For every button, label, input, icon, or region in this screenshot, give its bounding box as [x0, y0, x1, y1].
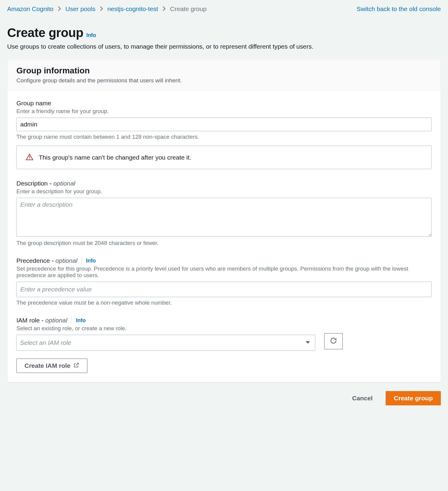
chevron-right-icon — [100, 5, 103, 13]
field-help: Select an existing role, or create a new… — [16, 325, 432, 332]
chevron-right-icon — [162, 5, 166, 13]
field-help: Enter a friendly name for your group. — [16, 108, 432, 115]
switch-console-link[interactable]: Switch back to the old console — [357, 5, 441, 13]
top-bar: Amazon Cognito User pools nestjs-cognito… — [7, 5, 441, 13]
field-constraint: The group description must be 2048 chara… — [16, 240, 432, 246]
field-constraint: The precedence value must be a non-negat… — [16, 299, 432, 306]
refresh-icon — [330, 337, 337, 346]
group-information-panel: Group information Configure group detail… — [7, 59, 441, 382]
breadcrumb: Amazon Cognito User pools nestjs-cognito… — [7, 5, 207, 13]
iam-role-select-container: Select an IAM role — [16, 335, 315, 351]
page-title: Create group — [7, 26, 83, 40]
info-link[interactable]: Info — [76, 317, 86, 324]
field-precedence: Precedence - optional Info Set precedenc… — [16, 257, 432, 306]
cancel-button[interactable]: Cancel — [344, 391, 380, 405]
footer-actions: Cancel Create group — [7, 391, 441, 405]
chevron-right-icon — [58, 5, 61, 13]
create-iam-role-button[interactable]: Create IAM role — [16, 359, 87, 373]
info-link[interactable]: Info — [86, 32, 96, 38]
create-group-button[interactable]: Create group — [386, 391, 441, 405]
breadcrumb-item-user-pools[interactable]: User pools — [65, 5, 95, 13]
panel-subtitle: Configure group details and the permissi… — [16, 77, 432, 84]
alert-text: This group's name can't be changed after… — [39, 154, 191, 161]
page-header: Create group Info Use groups to create c… — [7, 26, 441, 50]
divider — [81, 257, 82, 264]
field-group-name: Group name Enter a friendly name for you… — [16, 100, 432, 169]
divider — [71, 317, 72, 324]
field-help: Enter a description for your group. — [16, 188, 432, 195]
panel-title: Group information — [16, 66, 432, 75]
field-label: IAM role - optional — [16, 317, 67, 324]
info-link[interactable]: Info — [86, 258, 96, 264]
description-textarea[interactable] — [16, 198, 432, 237]
page-description: Use groups to create collections of user… — [7, 43, 441, 50]
precedence-input[interactable] — [16, 282, 432, 297]
svg-rect-0 — [29, 156, 30, 158]
field-constraint: The group name must contain between 1 an… — [16, 134, 432, 140]
field-iam-role: IAM role - optional Info Select an exist… — [16, 317, 432, 373]
alert-name-immutable: This group's name can't be changed after… — [16, 146, 432, 169]
warning-icon — [26, 153, 33, 162]
external-link-icon — [73, 362, 79, 370]
field-label: Precedence - optional — [16, 257, 77, 264]
panel-header: Group information Configure group detail… — [7, 59, 441, 91]
field-label: Description - optional — [16, 180, 432, 187]
breadcrumb-item-amazon-cognito[interactable]: Amazon Cognito — [7, 5, 53, 13]
field-help: Set precedence for this group. Precedenc… — [16, 265, 432, 279]
breadcrumb-item-current: Create group — [170, 5, 207, 13]
button-label: Create IAM role — [24, 362, 70, 369]
refresh-iam-roles-button[interactable] — [324, 333, 343, 349]
field-label: Group name — [16, 100, 432, 107]
iam-role-select[interactable] — [16, 335, 315, 351]
svg-rect-1 — [29, 158, 30, 159]
field-description: Description - optional Enter a descripti… — [16, 180, 432, 246]
breadcrumb-item-nestjs-cognito-test[interactable]: nestjs-cognito-test — [107, 5, 158, 13]
group-name-input[interactable] — [16, 118, 432, 131]
